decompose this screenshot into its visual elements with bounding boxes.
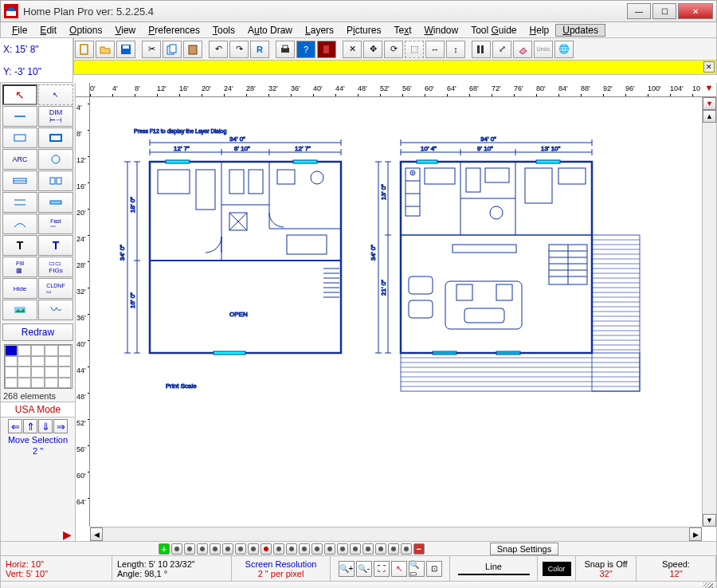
text-bold-tool[interactable]: T xyxy=(38,235,73,256)
rect-tool[interactable] xyxy=(2,127,37,148)
door-tool[interactable] xyxy=(38,171,73,191)
zoom-in-button[interactable]: 🔍+ xyxy=(339,561,355,577)
arc-tool[interactable]: ARC xyxy=(2,149,37,170)
ruler-right-marker[interactable]: ▼ xyxy=(702,83,716,97)
usa-mode[interactable]: USA Mode xyxy=(1,402,75,417)
hscroll-left[interactable]: ◀ xyxy=(90,527,103,541)
delete-button[interactable]: ✕ xyxy=(343,41,362,58)
move-button[interactable]: ✥ xyxy=(363,41,382,58)
menu-tools[interactable]: Tools xyxy=(206,25,241,36)
layer-dot[interactable] xyxy=(171,543,182,555)
save-button[interactable] xyxy=(116,41,135,58)
layer-dot[interactable] xyxy=(273,543,284,555)
eraser-button[interactable] xyxy=(513,41,532,58)
text-tool[interactable]: T xyxy=(2,235,37,256)
layer-dot-active[interactable] xyxy=(261,543,272,555)
layer-dot[interactable] xyxy=(375,543,386,555)
layer-dot[interactable] xyxy=(299,543,310,555)
menu-view[interactable]: View xyxy=(108,25,142,36)
fill-tool[interactable]: Fill▦ xyxy=(2,257,37,277)
measure-button[interactable]: ⤢ xyxy=(492,41,511,58)
print-button[interactable] xyxy=(276,41,295,58)
help-button[interactable]: ? xyxy=(296,41,315,58)
vscroll-down[interactable]: ▼ xyxy=(703,514,716,527)
image-tool[interactable] xyxy=(2,300,37,320)
dim-tool[interactable]: DIM⊢⊣ xyxy=(38,106,73,127)
rotate-button[interactable]: ⟳ xyxy=(384,41,403,58)
align-button[interactable] xyxy=(472,41,491,58)
layer-add-button[interactable] xyxy=(159,543,170,555)
redraw-panel-button[interactable]: Redraw xyxy=(2,323,73,341)
layer-dot[interactable] xyxy=(362,543,374,555)
curve-tool[interactable] xyxy=(2,214,37,234)
menu-pictures[interactable]: Pictures xyxy=(340,25,387,36)
zoom-select-button[interactable]: ↖ xyxy=(391,561,407,577)
maximize-button[interactable]: ☐ xyxy=(652,3,676,19)
move-down-button[interactable]: ⇓ xyxy=(38,419,53,433)
layer-dot[interactable] xyxy=(248,543,259,555)
cldnf-tool[interactable]: CLDNF▭ xyxy=(38,278,73,299)
move-left-button[interactable]: ⇐ xyxy=(8,419,22,433)
color-palette[interactable] xyxy=(4,344,72,389)
copy-button[interactable] xyxy=(163,41,182,58)
menu-toolguide[interactable]: Tool Guide xyxy=(464,25,523,36)
layer-dot[interactable] xyxy=(337,543,348,555)
layer-dot[interactable] xyxy=(184,543,195,555)
layer-dot[interactable] xyxy=(286,543,297,555)
exit-button[interactable] xyxy=(317,41,336,58)
layer-dot[interactable] xyxy=(350,543,361,555)
menu-window[interactable]: Window xyxy=(417,25,464,36)
pointer-tool[interactable]: ↖ xyxy=(2,84,37,105)
layer-dot[interactable] xyxy=(311,543,323,555)
open-button[interactable] xyxy=(96,41,115,58)
flip-v-button[interactable]: ↕ xyxy=(446,41,465,58)
layer-remove-button[interactable] xyxy=(413,543,425,555)
hscroll-right[interactable]: ▶ xyxy=(689,527,702,541)
snap-settings-button[interactable]: Snap Settings xyxy=(490,543,559,555)
menu-autodraw[interactable]: Auto Draw xyxy=(241,25,299,36)
hint-close-button[interactable]: ✕ xyxy=(703,61,715,73)
minimize-button[interactable]: — xyxy=(627,3,651,19)
wall-tool[interactable] xyxy=(2,171,37,191)
stairs-tool[interactable] xyxy=(2,192,37,213)
select-tool[interactable]: ↖ xyxy=(38,84,73,105)
paste-button[interactable] xyxy=(183,41,202,58)
line-style-preview[interactable] xyxy=(458,574,530,575)
vertical-scrollbar[interactable]: ▼ ▲ ▼ xyxy=(702,97,716,527)
fast-curve-tool[interactable]: Fast〰 xyxy=(38,214,73,234)
menu-file[interactable]: File xyxy=(6,25,33,36)
layer-dot[interactable] xyxy=(197,543,208,555)
layer-dot[interactable] xyxy=(222,543,233,555)
new-button[interactable] xyxy=(75,41,94,58)
zoom-out-button[interactable]: 🔍- xyxy=(356,561,372,577)
cut-button[interactable]: ✂ xyxy=(142,41,161,58)
horizontal-scrollbar[interactable]: ◀ ▶ xyxy=(90,527,702,541)
menu-preferences[interactable]: Preferences xyxy=(142,25,206,36)
circle-tool[interactable] xyxy=(38,149,73,170)
undo-button[interactable]: ↶ xyxy=(209,41,228,58)
vscroll-top-marker[interactable]: ▼ xyxy=(703,97,716,110)
menu-layers[interactable]: Layers xyxy=(299,25,340,36)
layer-dot[interactable] xyxy=(210,543,221,555)
zoom-window-button[interactable]: 🔍▭ xyxy=(409,561,425,577)
layer-dot[interactable] xyxy=(235,543,246,555)
hide-tool[interactable]: Hide xyxy=(2,278,37,299)
redo-button[interactable]: ↷ xyxy=(229,41,249,58)
select-rect-button[interactable]: ⬚ xyxy=(405,41,424,58)
vscroll-up[interactable]: ▲ xyxy=(703,110,716,123)
layer-dot[interactable] xyxy=(324,543,335,555)
menu-options[interactable]: Options xyxy=(63,25,108,36)
window-tool[interactable] xyxy=(38,192,73,213)
menu-text[interactable]: Text xyxy=(387,25,417,36)
layer-dot[interactable] xyxy=(401,543,412,555)
color-swatch[interactable]: Color xyxy=(543,562,571,576)
menu-edit[interactable]: Edit xyxy=(33,25,63,36)
line-tool[interactable] xyxy=(2,106,37,127)
redraw-button[interactable]: R xyxy=(250,41,269,58)
zoom-fit-button[interactable]: ⛶ xyxy=(374,561,390,577)
undo-text-button[interactable]: Undo xyxy=(534,41,553,58)
flip-h-button[interactable]: ↔ xyxy=(425,41,445,58)
close-button[interactable]: ✕ xyxy=(678,3,713,19)
figs-tool[interactable]: ▭▭FIGs xyxy=(38,257,73,277)
drawing-canvas[interactable]: Press F12 to display the Layer Dialog 34… xyxy=(90,97,702,527)
